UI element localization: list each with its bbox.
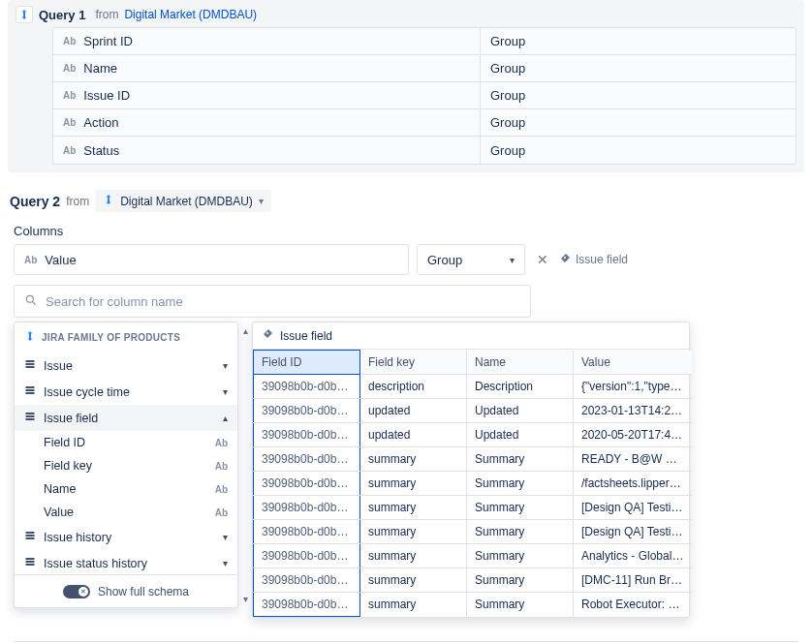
columns-section-label: Columns <box>0 224 812 244</box>
table-row[interactable]: 39098b0b-d0b2-4bfc-...descriptionDescrip… <box>254 375 692 399</box>
cell-field-id: 39098b0b-d0b2-4bfc-... <box>254 472 360 496</box>
schema-column-item[interactable]: Field keyAb <box>15 454 237 477</box>
field-name: Sprint ID <box>83 34 133 48</box>
query-2-header: Query 2 from Digital Market (DMDBAU) ▾ <box>0 184 812 224</box>
cell-field-id: 39098b0b-d0b2-4bfc-... <box>254 520 360 544</box>
grid-header-row: Field ID Field key Name Value <box>254 351 692 375</box>
chevron-down-icon: ▾ <box>223 386 228 397</box>
schema-table-item[interactable]: Issue status history▾ <box>15 550 237 574</box>
query-2-from-label: from <box>66 195 89 208</box>
clear-column-button[interactable]: ✕ <box>533 248 552 271</box>
cell-field-id: 39098b0b-d0b2-4bfc-... <box>254 375 360 399</box>
schema-column-item[interactable]: NameAb <box>15 477 237 501</box>
cell-field-key: description <box>360 375 467 399</box>
aggregation-select[interactable]: Group ▾ <box>417 244 525 275</box>
column-search-input-wrap[interactable] <box>14 285 531 318</box>
svg-rect-13 <box>26 537 35 539</box>
svg-rect-9 <box>26 415 35 417</box>
table-row[interactable]: 39098b0b-d0b2-4bfc-...updatedUpdated2023… <box>254 399 692 423</box>
issue-field-breadcrumb-label: Issue field <box>576 253 628 266</box>
chevron-down-icon[interactable]: ▾ <box>243 594 248 604</box>
schema-tree-panel: JIRA FAMILY OF PRODUCTSIssue▾Issue cycle… <box>14 322 238 608</box>
schema-table-item[interactable]: Issue▾ <box>15 353 237 379</box>
cell-name: Summary <box>467 568 574 593</box>
svg-rect-14 <box>26 558 35 560</box>
issue-field-data-grid: Issue field Field ID Field key Name Valu… <box>252 322 690 618</box>
svg-point-0 <box>26 295 33 302</box>
value-label: Value <box>45 253 76 267</box>
issue-field-breadcrumb[interactable]: Issue field <box>560 253 628 267</box>
query-1-field-row[interactable]: AbSprint IDGroup <box>53 28 796 55</box>
schema-table-item[interactable]: Issue cycle time▾ <box>15 379 237 405</box>
column-search-input[interactable] <box>46 294 520 309</box>
grid-header-field-id[interactable]: Field ID <box>254 351 360 375</box>
query-1-source[interactable]: Digital Market (DMDBAU) <box>124 8 257 21</box>
svg-rect-4 <box>26 366 35 368</box>
cell-name: Summary <box>467 447 574 472</box>
schema-table-item[interactable]: Issue field▴ <box>15 405 237 431</box>
section-divider <box>14 641 798 642</box>
cell-name: Summary <box>467 593 574 617</box>
cell-name: Updated <box>467 399 574 423</box>
cell-name: Summary <box>467 496 574 520</box>
cell-field-key: summary <box>360 593 467 617</box>
table-row[interactable]: 39098b0b-d0b2-4bfc-...summarySummary/fac… <box>254 472 692 496</box>
table-row[interactable]: 39098b0b-d0b2-4bfc-...summarySummary[Des… <box>254 496 692 520</box>
cell-field-key: updated <box>360 399 467 423</box>
table-row[interactable]: 39098b0b-d0b2-4bfc-...summarySummaryRobo… <box>254 593 692 617</box>
text-type-badge: Ab <box>63 145 76 156</box>
table-icon <box>24 556 36 570</box>
cell-value: [DMC-11] Run Broken... <box>574 568 692 593</box>
table-row[interactable]: 39098b0b-d0b2-4bfc-...summarySummary[DMC… <box>254 568 692 593</box>
cell-field-id: 39098b0b-d0b2-4bfc-... <box>254 568 360 593</box>
query-1-field-row[interactable]: AbActionGroup <box>53 109 796 137</box>
search-icon <box>24 293 38 310</box>
text-type-badge: Ab <box>63 90 76 101</box>
field-name: Issue ID <box>83 88 130 103</box>
schema-table-item[interactable]: Issue history▾ <box>15 524 237 550</box>
text-type-badge: Ab <box>24 255 37 265</box>
table-row[interactable]: 39098b0b-d0b2-4bfc-...summarySummaryAnal… <box>254 544 692 568</box>
query-1-title: Query 1 <box>39 8 85 22</box>
cell-value: READY - B@W Emplo... <box>574 447 692 472</box>
grid-header-field-key[interactable]: Field key <box>360 351 467 375</box>
text-type-badge: Ab <box>63 63 76 74</box>
chevron-up-icon: ▴ <box>223 413 228 423</box>
query-2-source-chip[interactable]: Digital Market (DMDBAU) ▾ <box>95 190 271 212</box>
jira-logo-icon <box>24 330 36 345</box>
grid-header-value[interactable]: Value <box>574 351 692 375</box>
cell-field-key: summary <box>360 544 467 568</box>
schema-footer: ✕ Show full schema <box>15 574 237 607</box>
cell-value: {"version":1,"type":"do... <box>574 375 692 399</box>
text-type-badge: Ab <box>215 438 228 448</box>
cell-field-key: summary <box>360 568 467 593</box>
cell-value: [Design QA] Testing ... <box>574 496 692 520</box>
table-row[interactable]: 39098b0b-d0b2-4bfc-...updatedUpdated2020… <box>254 423 692 447</box>
field-aggregation: Group <box>480 28 796 54</box>
query-1-field-row[interactable]: AbIssue IDGroup <box>53 82 796 109</box>
cell-field-id: 39098b0b-d0b2-4bfc-... <box>254 593 360 617</box>
value-column-box[interactable]: Ab Value <box>14 244 409 275</box>
cell-value: Analytics - Global - N... <box>574 544 692 568</box>
field-name: Name <box>83 61 117 76</box>
svg-rect-8 <box>26 413 35 414</box>
cell-value: [Design QA] Testing ... <box>574 520 692 544</box>
show-full-schema-toggle[interactable]: ✕ <box>63 585 90 598</box>
query-1-field-row[interactable]: AbStatusGroup <box>53 137 796 164</box>
tag-icon <box>263 328 274 343</box>
table-row[interactable]: 39098b0b-d0b2-4bfc-...summarySummary[Des… <box>254 520 692 544</box>
chevron-up-icon[interactable]: ▴ <box>243 325 248 336</box>
cell-name: Description <box>467 375 574 399</box>
cell-field-key: summary <box>360 447 467 472</box>
table-icon <box>24 411 36 425</box>
schema-column-item[interactable]: ValueAb <box>15 501 237 524</box>
query-1-field-row[interactable]: AbNameGroup <box>53 55 796 82</box>
table-icon <box>24 384 36 399</box>
svg-line-1 <box>33 301 36 304</box>
table-row[interactable]: 39098b0b-d0b2-4bfc-...summarySummaryREAD… <box>254 447 692 472</box>
schema-column-item[interactable]: Field IDAb <box>15 431 237 454</box>
field-name: Status <box>83 143 119 158</box>
grid-header-name[interactable]: Name <box>467 351 574 375</box>
chevron-down-icon: ▾ <box>259 196 264 206</box>
field-aggregation: Group <box>480 82 796 108</box>
